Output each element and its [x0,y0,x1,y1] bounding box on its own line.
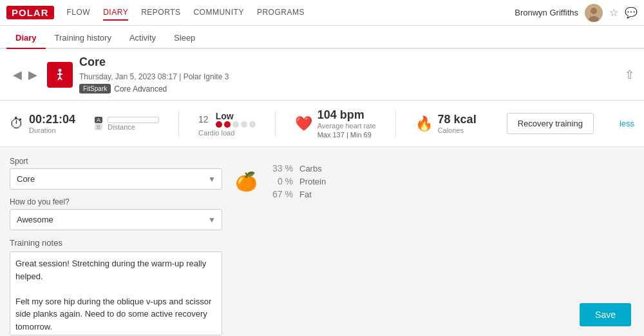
save-area: Save [580,303,631,326]
fat-label: Fat [299,190,312,199]
tab-sleep[interactable]: Sleep [165,28,204,49]
prev-arrow[interactable]: ◀ [10,66,25,83]
timer-icon: ⏱ [10,115,24,132]
duration-label: Duration [29,126,75,134]
heart-icon: ❤️ [295,115,312,132]
avatar [585,4,603,22]
svg-point-1 [591,8,597,14]
cardio-number: 12 [198,114,209,124]
feel-select-wrapper: Awesome ▼ [10,209,222,230]
distance-label: Distance [108,123,159,131]
svg-point-3 [59,68,62,72]
notes-field: Training notes [10,238,222,336]
protein-label: Protein [299,177,326,186]
less-link[interactable]: less [620,119,634,128]
star-icon[interactable]: ☆ [609,6,618,19]
notes-label: Training notes [10,238,222,248]
feel-field: How do you feel? Awesome ▼ [10,197,222,230]
hr-stat: ❤️ 104 bpm Average heart rate Max 137 | … [295,108,376,139]
user-name: Bronwyn Griffiths [515,8,578,17]
sport-label: Sport [10,157,222,166]
tab-training-history[interactable]: Training history [46,28,120,49]
svg-line-7 [60,77,62,80]
calories-stat: 🔥 78 kcal Calories [415,113,477,134]
nav-flow[interactable]: FLOW [67,5,91,21]
nutrition-icon: 🍊 [235,171,258,192]
feel-select[interactable]: Awesome [10,209,222,230]
workout-header: ◀ ▶ Core Thursday, Jan 5, 2023 08:17 | P… [0,49,644,101]
dot-3 [232,121,239,128]
notes-textarea[interactable] [10,252,222,335]
calories-value: 78 kcal [438,113,477,126]
distance-stat: A B Distance [95,117,159,131]
top-nav-links: FLOW DIARY REPORTS COMMUNITY PROGRAMS [67,5,515,21]
hr-label: Average heart rate [317,122,376,130]
fat-item: 67 % Fat [267,189,326,199]
workout-advanced: Core Advanced [114,84,167,94]
hr-value: 104 bpm [317,108,376,122]
dot-1 [216,121,222,128]
protein-item: 0 % Protein [267,176,326,186]
fitspark-badge: FitSpark [79,84,111,94]
sport-select[interactable]: Core [10,168,222,190]
nav-community[interactable]: COMMUNITY [193,5,244,21]
dot-2 [224,121,231,128]
next-arrow[interactable]: ▶ [25,66,41,83]
recovery-training-button[interactable]: Recovery training [507,113,594,134]
distance-ab-toggle: A B [95,117,102,130]
tab-diary[interactable]: Diary [6,28,46,49]
dot-4 [241,121,247,128]
fat-percent: 67 % [267,189,293,199]
main-content: Sport Core ▼ How do you feel? Awesome ▼ [0,147,644,336]
workout-title: Core [79,55,625,69]
duration-value: 00:21:04 [29,113,75,126]
nav-programs[interactable]: PROGRAMS [257,5,305,21]
tab-activity[interactable]: Activity [120,28,165,49]
sub-nav: Diary Training history Activity Sleep [0,26,644,49]
flame-icon: 🔥 [415,115,433,132]
workout-subtitle: Thursday, Jan 5, 2023 08:17 | Polar Igni… [79,72,229,81]
nutrition-section: 🍊 33 % Carbs 0 % Protein 67 % Fat [235,163,326,199]
save-button[interactable]: Save [580,303,631,326]
nutrition-data: 33 % Carbs 0 % Protein 67 % Fat [267,163,326,199]
bell-icon[interactable]: 💬 [625,6,638,19]
carbs-item: 33 % Carbs [267,163,326,173]
share-icon[interactable]: ⇧ [625,68,634,82]
top-nav-right: Bronwyn Griffiths ☆ 💬 [515,4,638,22]
duration-stat: ⏱ 00:21:04 Duration [10,113,75,134]
polar-logo: POLAR [6,6,54,19]
cardio-dots [216,121,256,128]
distance-value [108,117,159,123]
hr-max-min: Max 137 | Min 69 [317,131,376,139]
carbs-label: Carbs [299,164,322,173]
dot-5 [249,121,256,128]
stats-bar: ⏱ 00:21:04 Duration A B Distance 12 L [0,101,644,147]
workout-info: Core Thursday, Jan 5, 2023 08:17 | Polar… [79,55,625,94]
nav-diary[interactable]: DIARY [103,5,128,21]
workout-icon [47,62,73,88]
cardio-level: Low [216,111,256,121]
top-nav: POLAR FLOW DIARY REPORTS COMMUNITY PROGR… [0,0,644,26]
sport-select-wrapper: Core ▼ [10,168,222,190]
sport-field: Sport Core ▼ [10,157,222,190]
protein-percent: 0 % [267,176,293,186]
nav-reports[interactable]: REPORTS [141,5,180,21]
left-panel: Sport Core ▼ How do you feel? Awesome ▼ [10,157,222,336]
logo-text: POLAR [6,6,54,19]
feel-label: How do you feel? [10,197,222,206]
carbs-percent: 33 % [267,163,293,173]
right-panel: 🍊 33 % Carbs 0 % Protein 67 % Fat [235,157,634,336]
calories-label: Calories [438,126,477,134]
cardio-load-stat: 12 Low Cardio load [198,111,256,137]
cardio-label: Cardio load [198,129,256,137]
